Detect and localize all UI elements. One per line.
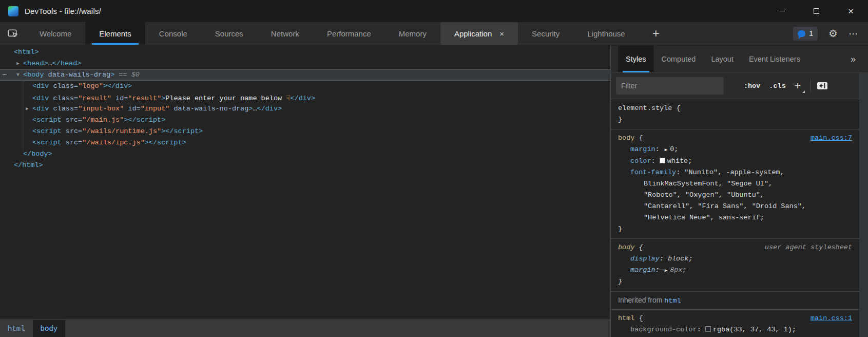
property-value[interactable]: rgba(33, 37, 43, 1);	[713, 326, 796, 333]
tab-console[interactable]: Console	[145, 22, 201, 45]
code-tag: </head>	[52, 60, 82, 67]
sidebar-tab-event-listeners[interactable]: Event Listeners	[741, 46, 808, 72]
code-attr: data-wails-no-drag	[169, 105, 248, 113]
computed-sidebar-toggle-button[interactable]	[817, 81, 828, 91]
code-tag: <div	[32, 105, 49, 113]
maximize-button[interactable]	[799, 0, 834, 22]
breadcrumb-item-body[interactable]: body	[33, 320, 66, 337]
inspect-element-button[interactable]	[0, 22, 26, 45]
property-value[interactable]: 8px;	[670, 266, 686, 274]
css-property-color[interactable]: color: white;	[611, 156, 859, 167]
tab-lighthouse[interactable]: Lighthouse	[573, 22, 639, 45]
property-value: BlinkMacSystemFont, "Segoe UI",	[644, 180, 773, 188]
pseudo-state-toggle[interactable]: :hov	[744, 82, 760, 90]
more-options-icon[interactable]: ⋯	[848, 28, 859, 40]
tree-row[interactable]: <div class="result" id="result">Please e…	[0, 92, 610, 103]
tree-row[interactable]: <script src="/wails/ipc.js"></script>	[0, 137, 610, 148]
tree-row[interactable]: </html>	[0, 160, 610, 171]
inherited-node-link[interactable]: html	[664, 297, 681, 305]
expand-value-arrow-icon[interactable]: ▶	[665, 268, 667, 273]
property-name[interactable]: background-color	[630, 326, 697, 333]
expand-arrow-icon[interactable]: ▶	[15, 58, 21, 69]
sidebar-tab-layout[interactable]: Layout	[703, 46, 741, 72]
property-name[interactable]: font-family	[630, 168, 676, 176]
property-value-continuation[interactable]: BlinkMacSystemFont, "Segoe UI",	[611, 178, 859, 190]
sidebar-scrollbar[interactable]	[859, 73, 868, 337]
issues-counter-button[interactable]: 1	[793, 27, 818, 41]
color-swatch[interactable]	[660, 158, 665, 163]
stylesheet-link[interactable]: main.css:7	[811, 133, 852, 144]
tree-row[interactable]: <div class="logo"></div>	[0, 81, 610, 92]
tab-application[interactable]: Application×	[440, 22, 518, 45]
property-value[interactable]: white;	[667, 157, 692, 165]
property-name[interactable]: color	[630, 157, 651, 165]
minimize-button[interactable]	[765, 0, 799, 22]
property-name[interactable]: margin	[630, 266, 655, 274]
breadcrumb-item-html[interactable]: html	[0, 320, 33, 337]
rule-selector[interactable]: body	[618, 134, 634, 142]
rule-header[interactable]: user agent stylesheetbody {	[611, 242, 859, 253]
css-property-background-color[interactable]: background-color: rgba(33, 37, 43, 1);	[611, 324, 859, 335]
code-tag: <div	[32, 95, 49, 102]
property-value-continuation[interactable]: "Cantarell", "Fira Sans", "Droid Sans",	[611, 201, 859, 212]
property-value-continuation[interactable]: "Helvetica Neue", sans-serif;	[611, 212, 859, 223]
stylesheet-link[interactable]: main.css:1	[811, 313, 852, 324]
code-tag: </div>	[290, 95, 315, 102]
tab-welcome[interactable]: Welcome	[26, 22, 85, 45]
rule-selector[interactable]: body	[618, 244, 634, 251]
property-value[interactable]: 0;	[670, 145, 678, 153]
tree-row[interactable]: </body>	[0, 148, 610, 160]
tab-performance[interactable]: Performance	[313, 22, 385, 45]
code-tag: <script	[32, 139, 62, 146]
element-class-toggle[interactable]: .cls	[769, 82, 785, 90]
property-value[interactable]: block;	[668, 255, 693, 263]
css-property-margin[interactable]: margin: ▶0;	[611, 144, 859, 156]
new-style-rule-button[interactable]: +	[795, 80, 804, 92]
rule-header[interactable]: main.css:7body {	[611, 133, 859, 144]
code-tag: ></script>	[145, 139, 186, 146]
color-swatch[interactable]	[705, 326, 711, 332]
sidebar-tab-styles[interactable]: Styles	[618, 46, 654, 72]
property-name[interactable]: margin	[630, 145, 655, 153]
settings-gear-icon[interactable]: ⚙	[828, 28, 838, 39]
more-tabs-chevron-icon[interactable]: »	[851, 46, 856, 72]
styles-filter-input[interactable]	[616, 77, 724, 95]
tab-sources[interactable]: Sources	[201, 22, 257, 45]
rule-header[interactable]: element.style {	[611, 103, 859, 114]
code-val: "input"	[141, 105, 170, 113]
tab-memory[interactable]: Memory	[385, 22, 440, 45]
rule-header[interactable]: main.css:1html {	[611, 313, 859, 324]
rule-closing-brace: }	[611, 276, 859, 288]
tree-row[interactable]: <script src="/wails/runtime.js"></script…	[0, 126, 610, 137]
style-rule-element-style: element.style {}	[611, 100, 859, 129]
row-overflow-dots[interactable]: ⋯	[3, 70, 7, 80]
sidebar-tab-computed[interactable]: Computed	[654, 46, 704, 72]
tab-security[interactable]: Security	[518, 22, 573, 45]
rule-selector[interactable]: html	[618, 314, 634, 322]
tree-row[interactable]: <html>	[0, 47, 610, 58]
css-property-font-family[interactable]: font-family: "Nunito", -apple-system,	[611, 167, 859, 178]
css-property-margin[interactable]: margin: ▶8px;	[611, 265, 859, 276]
expand-value-arrow-icon[interactable]: ▶	[665, 147, 667, 153]
code-meta: == $0	[114, 71, 140, 79]
css-property-display[interactable]: display: block;	[611, 253, 859, 265]
property-name[interactable]: display	[630, 255, 660, 263]
tree-row[interactable]: ⋯▼<body data-wails-drag> == $0	[0, 69, 610, 81]
tree-row[interactable]: ▶<head>…</head>	[0, 58, 610, 69]
code-txt: …	[48, 60, 52, 67]
property-value[interactable]: "Nunito", -apple-system,	[684, 168, 784, 176]
new-tab-button[interactable]: +	[646, 22, 666, 45]
tab-close-icon[interactable]: ×	[499, 30, 504, 38]
tree-row[interactable]: ▶<div class="input-box" id="input" data-…	[0, 103, 610, 115]
inherited-from-header: Inherited from html	[611, 292, 859, 310]
rule-selector[interactable]: element.style	[618, 104, 672, 112]
tab-elements[interactable]: Elements	[85, 22, 145, 45]
expand-arrow-icon[interactable]: ▶	[24, 103, 30, 115]
tree-row[interactable]: <script src="/main.js"></script>	[0, 115, 610, 126]
tab-network[interactable]: Network	[257, 22, 313, 45]
property-value-continuation[interactable]: "Roboto", "Oxygen", "Ubuntu",	[611, 190, 859, 201]
close-button[interactable]: ✕	[834, 0, 868, 22]
code-attr: src=	[62, 127, 83, 135]
collapse-arrow-icon[interactable]: ▼	[15, 70, 21, 80]
code-tag: <html>	[14, 48, 39, 56]
